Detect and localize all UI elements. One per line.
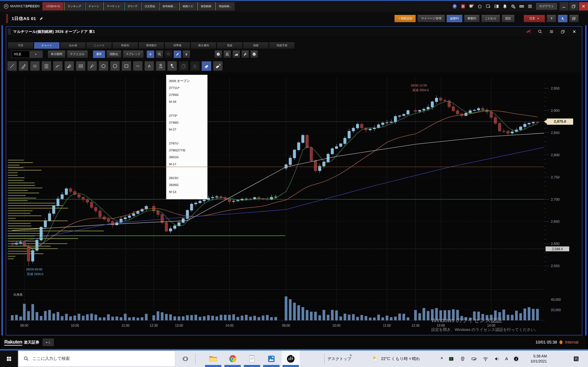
help-button[interactable]: ? — [547, 15, 556, 22]
taskbar-app-chrome[interactable] — [224, 350, 242, 367]
home-icon[interactable] — [477, 4, 482, 9]
draw-pointer-return-icon[interactable] — [167, 61, 177, 71]
tray-battery-icon[interactable] — [471, 356, 477, 362]
tray-camera-icon[interactable] — [459, 356, 466, 362]
workspace-button-1[interactable]: マイページ管理 — [417, 15, 445, 22]
tab-株主優待[interactable]: 株主優待 — [191, 42, 216, 49]
tray-gpu-icon[interactable] — [448, 356, 454, 362]
desktop-expand-chevron[interactable]: » — [350, 352, 352, 357]
weather-widget[interactable]: 22°C くもり時々晴れ — [372, 350, 420, 367]
draw-ray-lines-icon[interactable] — [87, 61, 97, 71]
search-icon[interactable] — [538, 29, 542, 34]
tab-時系列[interactable]: 時系列 — [112, 42, 138, 49]
order-button[interactable]: 注文▼ — [524, 15, 545, 22]
tab-業績[interactable]: 業績 — [217, 42, 242, 49]
drag-grip-icon[interactable] — [8, 29, 11, 35]
draw-marker-icon[interactable] — [19, 61, 28, 71]
taskbar-search[interactable] — [18, 350, 175, 367]
tab-チャート[interactable]: チャート — [34, 42, 60, 49]
taskbar-app-photos[interactable] — [262, 350, 280, 367]
panel-icon[interactable] — [494, 4, 499, 9]
toggle-スプレッド[interactable]: スプレッド — [123, 50, 144, 58]
logout-button[interactable]: ログアウト — [536, 3, 557, 9]
taskbar-app-explorer[interactable] — [204, 350, 222, 367]
wrench-icon[interactable] — [242, 50, 249, 58]
crosshair-icon[interactable] — [147, 50, 154, 58]
draw-eraser-all-icon[interactable]: A — [213, 61, 223, 71]
tab-指標[interactable]: 指標 — [243, 42, 269, 49]
search-input[interactable] — [32, 356, 155, 361]
draw-ellipse-icon[interactable] — [110, 61, 120, 71]
tray-volume-icon[interactable] — [494, 356, 500, 362]
alert-icon[interactable]: !N — [469, 4, 474, 9]
my-indicator-icon[interactable]: MY — [224, 50, 231, 58]
tab-歩み値[interactable]: 歩み値 — [60, 42, 86, 49]
tray-wifi-icon[interactable] — [482, 356, 489, 362]
menu-icon[interactable] — [527, 4, 532, 9]
statusbar-toggle-button[interactable]: ▸▯ — [43, 339, 54, 346]
printer-icon[interactable] — [251, 50, 258, 58]
workspace-button-2[interactable]: 縦整列 — [447, 15, 462, 22]
timeframe-select[interactable]: 5分足▼ — [11, 50, 43, 58]
workspace-button-0[interactable]: ＋画面追加 — [394, 15, 416, 22]
menu-tab-5[interactable]: 注文照会 — [141, 2, 158, 10]
zoom-in-icon[interactable] — [156, 50, 163, 58]
workspace-button-4[interactable]: こだわり — [481, 15, 500, 22]
pointer-mode-button[interactable] — [558, 15, 567, 22]
yen-icon[interactable]: ¥ — [183, 50, 190, 58]
draw-segment-icon[interactable] — [133, 61, 143, 71]
draw-fan-lines-icon[interactable] — [65, 61, 74, 71]
draw-pentagon-icon[interactable] — [99, 61, 108, 71]
toolbar-button-0[interactable]: 表示期間 — [48, 50, 65, 58]
notification-center-button[interactable] — [573, 350, 579, 367]
restore-button[interactable] — [569, 2, 578, 10]
taskbar-app-notepad[interactable] — [243, 350, 261, 367]
draw-fib-arcs-icon[interactable] — [53, 61, 62, 71]
toggle-通常[interactable]: 通常 — [93, 50, 105, 58]
taskbar-app-ms-app[interactable]: R — [282, 350, 300, 367]
edit-workspace-icon[interactable] — [39, 16, 43, 21]
draw-trendline-icon[interactable] — [7, 61, 17, 71]
toggle-指数化[interactable]: 指数化 — [107, 50, 121, 58]
menu-tab-7[interactable]: 銘柄ナビ — [179, 2, 197, 10]
tab-ニュース[interactable]: ニュース — [86, 42, 112, 49]
draw-vlines-icon[interactable] — [76, 61, 85, 71]
ime-mode-icon[interactable]: J — [513, 356, 519, 362]
workspace-button-5[interactable]: 固定 — [502, 15, 515, 22]
task-view-button[interactable] — [179, 350, 192, 367]
draw-copy-icon[interactable] — [179, 61, 188, 71]
menu-tab-0[interactable]: 1日信AS 01 — [43, 2, 63, 10]
draw-hand-icon[interactable] — [190, 61, 200, 71]
new-window-button[interactable] — [569, 15, 579, 22]
desktop-toolbar-label[interactable]: デスクトップ — [328, 350, 351, 367]
draw-icon-stamp-icon[interactable]: ICON — [156, 61, 165, 71]
start-button[interactable] — [0, 350, 18, 367]
minimize-button[interactable] — [559, 2, 568, 10]
list-icon[interactable] — [549, 29, 554, 34]
draw-hlines-4-icon[interactable] — [42, 61, 51, 71]
tab-適時開示[interactable]: 適時開示 — [138, 42, 164, 49]
tab-業績予測[interactable]: 業績予測 — [269, 42, 295, 49]
info-icon[interactable]: i — [215, 50, 222, 58]
menu-tab-6[interactable]: 保有銘柄... — [159, 2, 178, 10]
menu-tab-9[interactable]: 登録銘柄... — [215, 2, 234, 10]
add-window-icon[interactable] — [486, 4, 491, 9]
close-button[interactable] — [579, 2, 588, 10]
toolbar-button-1[interactable]: テクニカル — [67, 50, 88, 58]
close-icon[interactable] — [572, 29, 577, 34]
web-icon[interactable]: WEB — [519, 4, 524, 9]
gear-icon[interactable] — [511, 4, 516, 9]
bell-icon[interactable] — [502, 4, 507, 9]
pencil-icon[interactable] — [174, 50, 181, 58]
workspace-button-3[interactable]: 横整列 — [464, 15, 480, 22]
tab-市況[interactable]: 市況 — [8, 42, 34, 49]
window-titlebar[interactable]: マルチツール(個別銘柄) 3926 オープンドア 東1 1 — [6, 26, 582, 37]
menu-tab-8[interactable]: 個別銘柄 — [197, 2, 214, 10]
tab-四季報[interactable]: 四季報 — [164, 42, 190, 49]
draw-text-icon[interactable]: A — [145, 61, 154, 71]
menu-tab-3[interactable]: マーケット — [103, 2, 123, 10]
duplicate-icon[interactable] — [561, 29, 565, 34]
menu-tab-4[interactable]: ザラバ7 — [124, 2, 140, 10]
menu-tab-2[interactable]: チャート — [85, 2, 103, 10]
tray-expand-chevron[interactable]: ^ — [441, 356, 443, 361]
